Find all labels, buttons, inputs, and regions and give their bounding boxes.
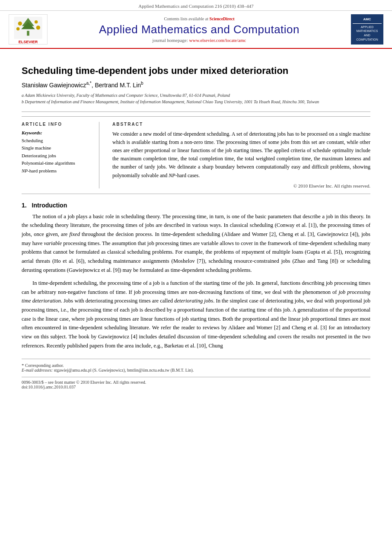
journal-title-block: Contents lists available at ScienceDirec… [52, 16, 347, 43]
sciencedirect-link[interactable]: ScienceDirect [209, 16, 234, 21]
footnote-corresponding-text: Corresponding author. [25, 363, 64, 368]
footer-doi: doi:10.1016/j.amc.2010.01.037 [22, 385, 370, 389]
author-b-sup: b [141, 81, 143, 86]
keyword-deteriorating: Deteriorating jobs [22, 152, 90, 160]
elsevier-logo: ELSEVIER [9, 14, 48, 45]
amc-logo: AMC APPLIED MATHEMATICS AND COMPUTATION [351, 14, 383, 45]
author-a-sup: a,* [86, 81, 91, 86]
footnote-corresponding: * Corresponding author. [22, 363, 370, 368]
journal-ref-bar: Applied Mathematics and Computation 216 … [0, 0, 392, 11]
intro-paragraph-2: In time-dependent scheduling, the proces… [22, 279, 370, 350]
main-content: Scheduling time-dependent jobs under mix… [0, 49, 392, 398]
elsevier-label: ELSEVIER [19, 40, 38, 44]
keywords-label: Keywords: [22, 130, 90, 135]
author-b-name: Bertrand M.T. Lin [95, 82, 141, 89]
email-b: bmtlin@iim.nctu.edu.tw (B.M.T. Lin). [127, 368, 194, 373]
sciencedirect-prefix: Contents lists available at [164, 16, 209, 21]
section-heading: Introduction [32, 202, 67, 209]
page-container: Applied Mathematics and Computation 216 … [0, 0, 392, 535]
section-title-introduction: 1. Introduction [22, 202, 370, 209]
affiliations: a Adam Mickiewicz University, Faculty of… [22, 92, 370, 105]
svg-point-5 [35, 20, 38, 23]
journal-homepage: journal homepage: www.elsevier.com/locat… [52, 38, 347, 43]
footnote-area: * Corresponding author. E-mail addresses… [22, 359, 370, 373]
abstract-col: ABSTRACT We consider a new model of time… [112, 122, 370, 188]
abstract-title: ABSTRACT [112, 122, 370, 127]
svg-point-7 [36, 25, 40, 29]
email-label: E-mail addresses: [22, 368, 53, 373]
divider-top [22, 111, 370, 112]
homepage-prefix: journal homepage: [153, 38, 189, 43]
author-a-name: Stanisław Gawiejnowicz [22, 82, 86, 89]
footer-bar: 0096-3003/$ – see front matter © 2010 El… [22, 377, 370, 389]
affiliation-a: a Adam Mickiewicz University, Faculty of… [22, 92, 370, 99]
amc-subtitle: APPLIED MATHEMATICS AND COMPUTATION [356, 25, 378, 42]
footer-issn: 0096-3003/$ – see front matter © 2010 El… [22, 380, 370, 385]
abstract-text: We consider a new model of time-dependen… [112, 130, 370, 180]
keyword-scheduling: Scheduling [22, 137, 90, 145]
section-number: 1. [22, 202, 27, 209]
footnote-email: E-mail addresses: stgawiej@amu.edu.pl (S… [22, 368, 370, 373]
svg-point-4 [18, 22, 22, 25]
affiliation-b: b Department of Information and Finance … [22, 99, 370, 105]
svg-rect-1 [27, 31, 29, 35]
keyword-np-hard: NP-hard problems [22, 167, 90, 175]
keyword-single-machine: Single machine [22, 144, 90, 152]
copyright-line: © 2010 Elsevier Inc. All rights reserved… [112, 183, 370, 188]
email-a: stgawiej@amu.edu.pl (S. Gawiejnowicz), [54, 368, 126, 373]
article-info-title: ARTICLE INFO [22, 122, 90, 127]
svg-point-6 [16, 27, 19, 30]
journal-ref-text: Applied Mathematics and Computation 216 … [138, 3, 253, 9]
authors-line: Stanisław Gawiejnowicza,*, Bertrand M.T.… [22, 81, 370, 89]
amc-top-label: AMC [353, 17, 382, 23]
paper-title: Scheduling time-dependent jobs under mix… [22, 65, 370, 76]
journal-main-title: Applied Mathematics and Computation [52, 23, 347, 36]
journal-header: ELSEVIER Contents lists available at Sci… [0, 11, 392, 49]
sciencedirect-line: Contents lists available at ScienceDirec… [52, 16, 347, 21]
homepage-link[interactable]: www.elsevier.com/locate/amc [189, 38, 246, 43]
keyword-polynomial: Polynomial-time algorithms [22, 159, 90, 167]
article-info-col: ARTICLE INFO Keywords: Scheduling Single… [22, 122, 99, 188]
article-meta: ARTICLE INFO Keywords: Scheduling Single… [22, 116, 370, 194]
intro-paragraph-1: The notion of a job plays a basic role i… [22, 212, 370, 274]
footnote-star: * [22, 363, 24, 368]
